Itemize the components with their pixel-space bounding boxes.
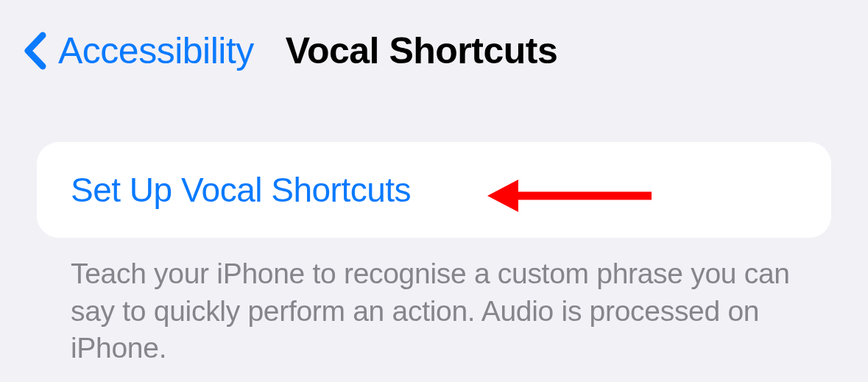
- back-chevron-icon[interactable]: [22, 31, 47, 71]
- settings-card: Set Up Vocal Shortcuts: [37, 142, 831, 238]
- footer-description: Teach your iPhone to recognise a custom …: [37, 238, 831, 367]
- navbar: Accessibility Vocal Shortcuts: [0, 0, 868, 72]
- setup-vocal-shortcuts-link[interactable]: Set Up Vocal Shortcuts: [71, 171, 411, 209]
- content-area: Set Up Vocal Shortcuts Teach your iPhone…: [0, 72, 868, 367]
- back-button-label[interactable]: Accessibility: [58, 29, 254, 72]
- page-title: Vocal Shortcuts: [286, 29, 557, 72]
